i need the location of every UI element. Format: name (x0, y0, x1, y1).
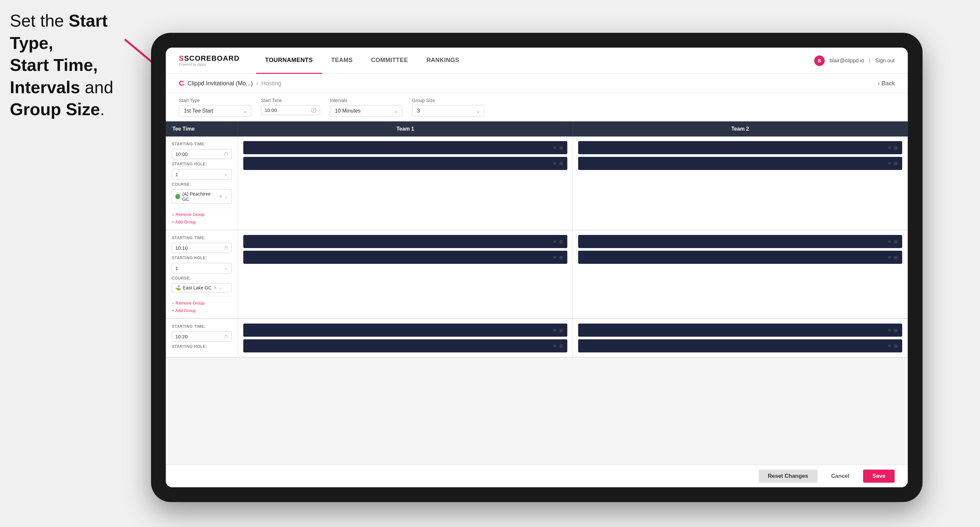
start-time-input[interactable]: 10:00 🕐 (261, 105, 320, 115)
save-button[interactable]: Save (863, 470, 895, 483)
starting-hole-select-1[interactable]: 1 ⌄ (172, 169, 232, 179)
tablet-frame: SSCOREBOARD Powered by clippd TOURNAMENT… (151, 33, 923, 502)
back-link[interactable]: ‹ Back (878, 80, 895, 87)
slot-expand-4b[interactable]: ⊞ (894, 255, 897, 260)
footer-bar: Reset Changes Cancel Save (166, 465, 908, 487)
remove-group-2[interactable]: ○ Remove Group (172, 301, 232, 305)
remove-course-1[interactable]: ✕ (219, 194, 222, 199)
slot-expand-6b[interactable]: ⊞ (894, 344, 897, 349)
start-type-group: Start Type 1st Tee Start Shotgun Start (179, 98, 251, 116)
slot-expand-1b[interactable]: ⊞ (559, 161, 563, 166)
group-size-group: Group Size 3 2 4 (412, 98, 484, 116)
nav-bar: SSCOREBOARD Powered by clippd TOURNAMENT… (166, 48, 908, 74)
slot-close-1b[interactable]: ✕ (553, 161, 557, 166)
logo-subtitle: Powered by clippd (179, 63, 240, 66)
slot-close-5b[interactable]: ✕ (553, 344, 557, 349)
slot-close-4b[interactable]: ✕ (888, 255, 891, 260)
course-tag-1: (A) Peachtree GC ✕ ⌄ (172, 189, 232, 204)
nav-teams[interactable]: TEAMS (322, 48, 362, 74)
tee-left-panel-3: STARTING TIME: 10:20 ⏱ STARTING HOLE: (166, 319, 238, 357)
slot-close-3b[interactable]: ✕ (553, 255, 557, 260)
instruction-line2: Start Time, (10, 56, 98, 75)
starting-time-label-1: STARTING TIME: (172, 142, 232, 146)
slot-expand-5a[interactable]: ⊞ (559, 328, 563, 333)
instruction-line4: Group Size (10, 100, 100, 119)
team1-slot2-1: ✕ ⊞ (243, 157, 567, 170)
tee-team2-panel-3: ✕ ⊞ ✕ ⊞ (573, 319, 908, 357)
slot-close-3a[interactable]: ✕ (553, 239, 557, 244)
tee-left-panel-2: STARTING TIME: 10:10 ⏱ STARTING HOLE: 1 … (166, 230, 238, 318)
slot-close-2b[interactable]: ✕ (888, 161, 891, 166)
slot-expand-2a[interactable]: ⊞ (894, 145, 897, 150)
slot-close-1a[interactable]: ✕ (553, 145, 557, 150)
header-team2: Team 2 (573, 121, 908, 137)
start-type-select[interactable]: 1st Tee Start Shotgun Start (179, 105, 251, 116)
logo-text: SCOREBOARD (184, 54, 240, 62)
slot-close-4a[interactable]: ✕ (888, 239, 891, 244)
nav-rankings[interactable]: RANKINGS (417, 48, 468, 74)
slot-expand-4a[interactable]: ⊞ (894, 239, 897, 244)
slot-expand-3a[interactable]: ⊞ (559, 239, 563, 244)
logo: SSCOREBOARD (179, 55, 240, 62)
slot-expand-5b[interactable]: ⊞ (559, 344, 563, 349)
slot-expand-2b[interactable]: ⊞ (894, 161, 897, 166)
breadcrumb-tournament[interactable]: Clippd Invitational (Mo...) (188, 80, 253, 87)
settings-row: Start Type 1st Tee Start Shotgun Start S… (166, 93, 908, 121)
intervals-select[interactable]: 10 Minutes 8 Minutes 12 Minutes (330, 105, 402, 116)
logo-area: SSCOREBOARD Powered by clippd (179, 55, 240, 66)
team2-slot1-3: ✕ ⊞ (578, 324, 902, 337)
team2-slot2-1: ✕ ⊞ (578, 157, 902, 170)
slot-expand-6a[interactable]: ⊞ (894, 328, 897, 333)
starting-time-input-3[interactable]: 10:20 ⏱ (172, 332, 232, 341)
slot-expand-3b[interactable]: ⊞ (559, 255, 563, 260)
sign-out-link[interactable]: Sign out (875, 58, 895, 63)
header-team1: Team 1 (238, 121, 573, 137)
team2-slot2-3: ✕ ⊞ (578, 339, 902, 352)
table-header: Tee Time Team 1 Team 2 (166, 121, 908, 137)
nav-tournaments[interactable]: TOURNAMENTS (256, 48, 322, 74)
remove-course-2[interactable]: ✕ (213, 286, 217, 290)
slot-close-5a[interactable]: ✕ (553, 328, 557, 333)
nav-committee[interactable]: COMMITTEE (362, 48, 417, 74)
remove-group-1[interactable]: ○ Remove Group (172, 212, 232, 217)
divider-1 (172, 208, 232, 208)
intervals-label: Intervals (330, 98, 402, 103)
start-time-group: Start Time 10:00 🕐 (261, 98, 320, 116)
tee-team2-panel-2: ✕ ⊞ ✕ ⊞ (573, 230, 908, 318)
team2-slot2-2: ✕ ⊞ (578, 251, 902, 264)
add-group-2[interactable]: + Add Group (172, 308, 232, 313)
tee-left-panel-1: STARTING TIME: 10:00 ⏱ STARTING HOLE: 1 … (166, 137, 238, 230)
tablet-screen: SSCOREBOARD Powered by clippd TOURNAMENT… (166, 48, 908, 487)
start-time-label: Start Time (261, 98, 320, 103)
tee-group-2: STARTING TIME: 10:10 ⏱ STARTING HOLE: 1 … (166, 230, 908, 319)
breadcrumb: C Clippd Invitational (Mo...) › Hosting (179, 79, 282, 87)
course-expand-2[interactable]: ⌄ (219, 285, 223, 290)
course-label-1: COURSE: (172, 182, 232, 187)
intervals-group: Intervals 10 Minutes 8 Minutes 12 Minute… (330, 98, 402, 116)
starting-hole-label-3: STARTING HOLE: (172, 344, 232, 349)
slot-expand-1a[interactable]: ⊞ (559, 145, 563, 150)
user-avatar: B (814, 56, 825, 66)
starting-hole-select-2[interactable]: 1 ⌄ (172, 263, 232, 273)
tee-group-1: STARTING TIME: 10:00 ⏱ STARTING HOLE: 1 … (166, 137, 908, 230)
add-group-1[interactable]: + Add Group (172, 219, 232, 224)
instruction-line3: and (80, 78, 113, 97)
cancel-button[interactable]: Cancel (822, 470, 859, 483)
group-size-select[interactable]: 3 2 4 (412, 105, 484, 116)
clock-icon-2: ⏱ (224, 246, 228, 251)
slot-close-6a[interactable]: ✕ (888, 328, 891, 333)
slot-close-2a[interactable]: ✕ (888, 145, 891, 150)
instruction-line1: Set the (10, 11, 68, 30)
starting-time-value-2: 10:10 (175, 245, 188, 251)
reset-button[interactable]: Reset Changes (759, 470, 818, 483)
clock-icon: 🕐 (311, 108, 317, 113)
instruction-period: . (100, 100, 104, 119)
starting-time-input-2[interactable]: 10:10 ⏱ (172, 243, 232, 253)
starting-time-input-1[interactable]: 10:00 ⏱ (172, 149, 232, 159)
slot-close-6b[interactable]: ✕ (888, 344, 891, 349)
start-type-select-wrapper: 1st Tee Start Shotgun Start (179, 105, 251, 116)
team1-slot2-2: ✕ ⊞ (243, 251, 567, 264)
course-expand-1[interactable]: ⌄ (224, 194, 228, 199)
team1-slot1-2: ✕ ⊞ (243, 235, 567, 248)
tee-team1-panel-1: ✕ ⊞ ✕ ⊞ (238, 137, 573, 230)
